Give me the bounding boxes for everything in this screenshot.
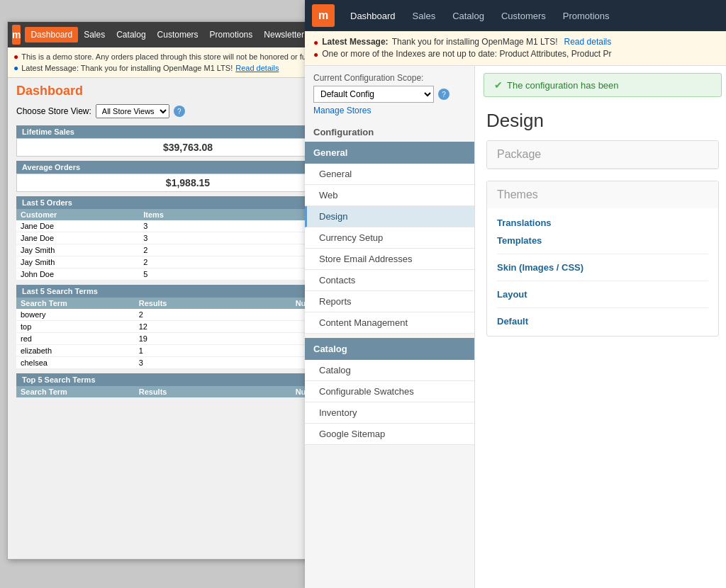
table-cell: Jane Doe — [16, 220, 139, 232]
table-cell: elizabeth — [16, 345, 135, 357]
scope-area: Current Configuration Scope: Default Con… — [305, 66, 474, 120]
table-cell: 3 — [139, 232, 218, 244]
nav-newsletter[interactable]: Newsletter — [258, 27, 310, 43]
layout-link[interactable]: Layout — [497, 285, 708, 303]
msg-index: ● One or more of the Indexes are not up … — [313, 49, 722, 60]
read-details-link[interactable]: Read details — [235, 64, 279, 72]
table-cell: 3 — [139, 220, 218, 232]
table-cell: Jane Doe — [16, 232, 139, 244]
dashboard-logo: m — [12, 25, 21, 45]
alert-demo-text: This is a demo store. Any orders placed … — [21, 52, 326, 61]
package-header: Package — [487, 141, 718, 169]
error-icon: ● — [13, 52, 18, 62]
scope-label: Current Configuration Scope: — [313, 73, 466, 83]
menu-catalog-header[interactable]: Catalog — [305, 338, 474, 360]
menu-item-general[interactable]: General — [305, 164, 474, 185]
msg-latest: ● Latest Message: Thank you for installi… — [313, 37, 722, 47]
nav-customers[interactable]: Customers — [152, 27, 204, 43]
alert-msg-text: Latest Message: Thank you for installing… — [21, 64, 233, 72]
nav-promotions[interactable]: Promotions — [204, 27, 259, 43]
table-cell: 2 — [135, 309, 213, 321]
store-view-help[interactable]: ? — [174, 106, 185, 117]
menu-general-header[interactable]: General — [305, 142, 474, 164]
msg2-text: One or more of the Indexes are not up to… — [322, 49, 611, 59]
themes-content: Translations Templates Skin (Images / CS… — [487, 208, 718, 336]
config-nav: m Dashboard Sales Catalog Customers Prom… — [305, 0, 726, 31]
design-section: Package Themes Translations Templates Sk… — [475, 140, 726, 337]
config-messages: ● Latest Message: Thank you for installi… — [305, 31, 726, 66]
menu-item-content[interactable]: Content Management — [305, 312, 474, 334]
config-nav-customers[interactable]: Customers — [493, 6, 554, 26]
config-nav-dashboard[interactable]: Dashboard — [342, 6, 404, 26]
table-cell: 2 — [139, 244, 218, 256]
config-panel: m Dashboard Sales Catalog Customers Prom… — [305, 0, 726, 588]
config-nav-sales[interactable]: Sales — [404, 6, 445, 26]
package-section: Package — [486, 140, 719, 169]
msg-error-icon2: ● — [313, 50, 318, 60]
success-banner: ✔ The configuration has been — [484, 73, 722, 97]
menu-item-currency[interactable]: Currency Setup — [305, 227, 474, 249]
config-body: Current Configuration Scope: Default Con… — [305, 66, 726, 588]
store-view-label: Choose Store View: — [16, 106, 91, 116]
table-cell: bowery — [16, 309, 135, 321]
nav-dashboard[interactable]: Dashboard — [25, 27, 78, 43]
table-cell: 3 — [135, 357, 213, 369]
table-cell: 5 — [139, 268, 218, 281]
nav-sales[interactable]: Sales — [78, 27, 111, 43]
table-cell: John Doe — [16, 268, 139, 281]
menu-item-web[interactable]: Web — [305, 185, 474, 206]
info-icon: ● — [13, 63, 18, 73]
default-link[interactable]: Default — [497, 312, 708, 330]
search-col-term: Search Term — [16, 298, 135, 309]
msg1-label: Latest Message: — [322, 37, 388, 47]
design-title: Design — [475, 104, 726, 140]
menu-item-reports[interactable]: Reports — [305, 291, 474, 312]
table-cell: top — [16, 321, 135, 333]
config-logo: m — [312, 4, 335, 27]
top5-col-results: Results — [135, 386, 213, 397]
search-col-results: Results — [135, 298, 213, 309]
table-cell: 2 — [139, 256, 218, 268]
manage-stores-link[interactable]: Manage Stores — [313, 106, 371, 115]
store-view-select[interactable]: All Store Views — [96, 104, 169, 118]
config-left-col: Current Configuration Scope: Default Con… — [305, 66, 475, 588]
menu-item-catalog[interactable]: Catalog — [305, 360, 474, 381]
table-cell: 19 — [135, 333, 213, 345]
orders-col-items: Items — [139, 209, 218, 220]
table-cell: Jay Smith — [16, 244, 139, 256]
top5-col-term: Search Term — [16, 386, 135, 397]
msg1-text: Thank you for installing OpenMage M1 LTS… — [392, 37, 558, 47]
table-cell: 12 — [135, 321, 213, 333]
themes-section: Themes Translations Templates Skin (Imag… — [486, 181, 719, 337]
scope-help-icon[interactable]: ? — [438, 89, 449, 100]
table-cell: chelsea — [16, 357, 135, 369]
success-message-text: The configuration has been — [507, 80, 619, 91]
themes-header: Themes — [487, 181, 718, 208]
orders-col-customer: Customer — [16, 209, 139, 220]
msg1-link[interactable]: Read details — [564, 37, 612, 47]
table-cell: Jay Smith — [16, 256, 139, 268]
skin-link[interactable]: Skin (Images / CSS) — [497, 259, 708, 276]
table-cell: 1 — [135, 345, 213, 357]
config-right-col: ✔ The configuration has been Design Pack… — [475, 66, 726, 588]
config-nav-promotions[interactable]: Promotions — [554, 6, 618, 26]
table-cell: red — [16, 333, 135, 345]
config-section-label: Configuration — [305, 120, 474, 142]
menu-item-store-email[interactable]: Store Email Addresses — [305, 249, 474, 270]
menu-item-sitemap[interactable]: Google Sitemap — [305, 424, 474, 445]
scope-select[interactable]: Default Config — [313, 86, 434, 103]
check-icon: ✔ — [494, 79, 503, 91]
translations-link[interactable]: Translations — [497, 214, 708, 232]
config-nav-catalog[interactable]: Catalog — [444, 6, 493, 26]
nav-catalog[interactable]: Catalog — [111, 27, 151, 43]
menu-item-contacts[interactable]: Contacts — [305, 270, 474, 291]
menu-item-design[interactable]: Design — [305, 206, 474, 227]
msg-error-icon: ● — [313, 38, 318, 47]
menu-item-swatches[interactable]: Configurable Swatches — [305, 381, 474, 402]
scope-row: Default Config ? — [313, 86, 466, 103]
menu-item-inventory[interactable]: Inventory — [305, 402, 474, 424]
templates-link[interactable]: Templates — [497, 232, 708, 249]
